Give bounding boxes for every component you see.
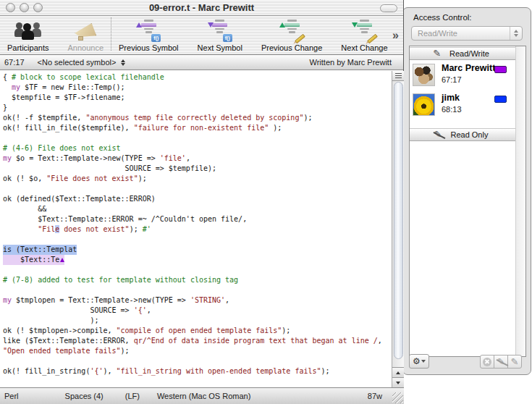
code-line: ok(! fill_in_file($tempfile), "failure f… — [3, 123, 392, 133]
toolbar-item-next-change[interactable]: Next Change — [341, 17, 387, 52]
popup-stepper-icon — [510, 27, 522, 40]
written-by-label: Written by Marc Prewitt — [310, 58, 392, 67]
encoding-setting[interactable]: Western (Mac OS Roman) — [157, 392, 250, 400]
toolbar-item-participants[interactable]: Participants — [7, 17, 48, 52]
section-label: Read Only — [450, 130, 488, 139]
code-editor[interactable]: { # block to scope lexical filehandle my… — [0, 71, 392, 387]
code-line: $tempfile = $TF->filename; — [3, 93, 392, 103]
set-read-write-button[interactable]: ✎ — [507, 355, 522, 369]
user-row-jimk[interactable]: jimk 68:13 — [410, 92, 525, 119]
toolbar-item-previous-symbol[interactable]: f() Previous Symbol — [119, 17, 179, 52]
user-name: Marc Prewitt — [442, 63, 495, 73]
minimize-button[interactable] — [20, 3, 29, 12]
scroll-down-button[interactable] — [392, 377, 404, 387]
access-control-popup[interactable]: Read/Write — [411, 26, 523, 41]
code-line: like ($Text::Template::ERROR, qr/^End of… — [3, 336, 392, 346]
code-line: SOURCE => $tempfile); — [3, 164, 392, 174]
close-button[interactable] — [6, 3, 15, 12]
scrollbar-track[interactable] — [392, 82, 404, 367]
status-bar: Perl Spaces (4) (LF) Western (Mac OS Rom… — [0, 387, 404, 404]
cursor-position: 67:17 — [4, 58, 25, 67]
section-header-read-only: ✎ Read Only — [410, 128, 525, 141]
code-line: "File does not exist"); #' — [3, 224, 392, 235]
code-line: # (4-6) File does not exist — [3, 143, 392, 153]
list-scrollbar[interactable] — [515, 46, 525, 356]
code-line — [3, 285, 392, 295]
code-line — [3, 265, 392, 275]
section-header-read-write: ✎ Read/Write — [410, 47, 525, 60]
kick-user-button[interactable] — [480, 355, 494, 369]
code-line — [3, 356, 392, 366]
screen: Access Control: Read/Write ✎ Read/Write … — [0, 0, 532, 404]
code-line: "Open ended template fails"); — [3, 346, 392, 356]
toolbar-overflow-chevron[interactable]: » — [392, 29, 399, 42]
code-line: && — [3, 204, 392, 214]
pencil-crossed-icon: ✎ — [434, 131, 442, 138]
avatar — [413, 93, 435, 116]
user-position: 67:17 — [442, 75, 462, 84]
symbol-navigation-bar: 67:17 <No selected symbol> Written by Ma… — [0, 55, 403, 70]
toolbar-item-announce[interactable]: Announce — [67, 17, 104, 52]
set-read-only-button[interactable]: ✎ — [494, 355, 508, 369]
toolbar-item-next-symbol[interactable]: f() Next Symbol — [198, 17, 242, 52]
code-line — [3, 133, 392, 143]
code-line: $Text::Template::ERROR =~ /^Couldn't ope… — [3, 214, 392, 224]
symbol-popup-stepper-icon[interactable] — [121, 59, 125, 66]
code-line: ok (! $o, "File does not exist"); — [3, 174, 392, 184]
previous-change-icon — [279, 20, 305, 42]
code-line — [3, 184, 392, 194]
pencil-icon: ✎ — [433, 50, 441, 57]
code-line: my $TF = new File::Temp(); — [3, 83, 392, 93]
section-label: Read/Write — [449, 49, 489, 58]
next-symbol-icon: f() — [207, 20, 233, 42]
megaphone-icon — [72, 22, 99, 42]
code-line: ); — [3, 316, 392, 326]
remote-insertion-caret — [60, 258, 64, 262]
tab-setting[interactable]: Spaces (4) — [65, 392, 104, 400]
code-line: is (Text::Templat — [3, 245, 392, 255]
gear-icon: ⚙ — [413, 356, 421, 366]
participants-icon — [12, 20, 44, 42]
access-action-buttons: ✎ ✎ — [481, 355, 522, 369]
access-control-drawer: Access Control: Read/Write ✎ Read/Write … — [402, 7, 531, 375]
toolbar: Participants Announce f() Previous Symbo… — [0, 16, 403, 55]
toolbar-item-previous-change[interactable]: Previous Change — [261, 17, 322, 52]
code-line — [3, 235, 392, 245]
split-view-button[interactable] — [392, 71, 404, 81]
previous-symbol-icon: f() — [135, 20, 161, 42]
avatar — [413, 64, 435, 86]
code-line: ok (defined($Text::Template::ERROR) — [3, 194, 392, 204]
scroll-up-button[interactable] — [392, 367, 404, 377]
traffic-lights — [6, 3, 43, 12]
code-line: my $tmplopen = Text::Template->new(TYPE … — [3, 295, 392, 306]
window-title: 09-error.t - Marc Prewitt — [0, 2, 403, 13]
code-line: ok(! fill_in_string('{'), "fill_in_strin… — [3, 366, 392, 376]
code-line: } — [3, 103, 392, 113]
code-line: $Text::Te — [3, 255, 392, 265]
zoom-button[interactable] — [33, 3, 43, 12]
resize-grip[interactable] — [392, 392, 403, 403]
code-line: { # block to scope lexical filehandle — [3, 72, 392, 83]
user-row-marc-prewitt[interactable]: Marc Prewitt 67:17 — [410, 62, 525, 90]
toolbar-toggle-button[interactable] — [380, 4, 397, 12]
symbol-popup[interactable]: <No selected symbol> — [38, 58, 117, 67]
code-content: { # block to scope lexical filehandle my… — [0, 71, 392, 387]
gear-menu-button[interactable]: ⚙ — [409, 354, 429, 369]
set-read-write-icon: ✎ — [511, 358, 519, 366]
code-line: SOURCE => '{', — [3, 306, 392, 316]
vertical-scrollbar — [392, 71, 404, 387]
scrollbar-thumb[interactable] — [394, 82, 403, 359]
language-mode[interactable]: Perl — [4, 392, 19, 400]
editor-window: 09-error.t - Marc Prewitt Participants A… — [0, 0, 404, 404]
user-name: jimk — [442, 93, 460, 103]
code-line — [3, 376, 392, 387]
toolbar-separator — [111, 17, 111, 51]
code-line: # (7-8) added to test for template witho… — [3, 275, 392, 285]
title-bar[interactable]: 09-error.t - Marc Prewitt — [0, 0, 403, 16]
participants-list: ✎ Read/Write Marc Prewitt 67:17 jimk 68:… — [409, 46, 526, 357]
user-color-swatch — [494, 96, 507, 103]
user-position: 68:13 — [442, 105, 462, 114]
kick-user-icon — [483, 358, 491, 366]
document-width: 87w — [368, 392, 382, 400]
line-ending-setting[interactable]: (LF) — [125, 392, 140, 400]
